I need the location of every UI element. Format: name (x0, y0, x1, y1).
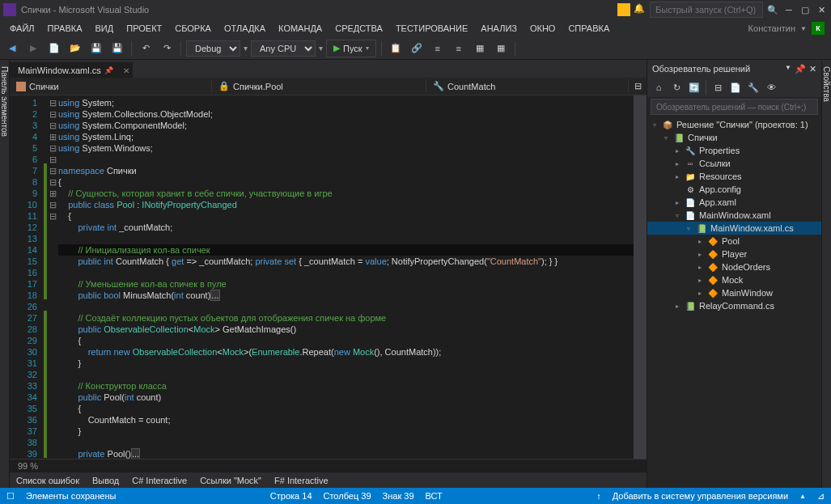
feedback-flag-icon[interactable] (617, 3, 630, 16)
menu-анализ[interactable]: АНАЛИЗ (474, 22, 524, 35)
split-icon[interactable]: ⊟ (629, 78, 647, 95)
minimize-button[interactable]: ─ (782, 3, 795, 16)
open-button[interactable]: 📂 (66, 40, 84, 57)
fold-column[interactable]: ⊟⊟⊟⊞⊟⊟⊟⊟⊞⊟⊟ (47, 95, 58, 459)
user-avatar[interactable]: К (812, 22, 825, 35)
status-saved: Элементы сохранены (26, 491, 116, 501)
tree-node[interactable]: ▸🔶Player (647, 248, 821, 260)
show-all-icon[interactable]: 📄 (727, 79, 744, 95)
save-all-button[interactable]: 💾 (108, 40, 126, 57)
tree-node[interactable]: ⚙App.config (647, 183, 821, 196)
status-line: Строка 14 (270, 491, 312, 501)
tree-node[interactable]: ▿📗MainWindow.xaml.cs (647, 222, 821, 235)
tree-node[interactable]: ▸🔶NodeOrders (647, 260, 821, 273)
toolbar-btn2[interactable]: 🔗 (408, 40, 426, 57)
tree-node[interactable]: ▸📁Resources (647, 170, 821, 183)
menu-команда[interactable]: КОМАНДА (272, 22, 329, 35)
new-project-button[interactable]: 📄 (45, 40, 63, 57)
toolbox-pane-collapsed[interactable]: Панель элементов (0, 60, 10, 488)
config-dropdown[interactable]: Debug (186, 40, 240, 57)
editor-tab[interactable]: MainWindow.xaml.cs 📌 ✕ (10, 62, 133, 78)
tree-node[interactable]: ▸▫▫Ссылки (647, 157, 821, 170)
platform-dropdown[interactable]: Any CPU (251, 40, 316, 57)
search-icon[interactable]: 🔍 (766, 3, 779, 16)
menu-отладка[interactable]: ОТЛАДКА (218, 22, 272, 35)
chevron-up-icon[interactable]: ▲ (799, 493, 806, 500)
notification-icon[interactable]: 🔔 (634, 3, 647, 16)
quicklaunch-input[interactable] (650, 2, 763, 18)
pane-close-icon[interactable]: ✕ (809, 64, 816, 74)
tree-node[interactable]: ▸🔶Mock (647, 273, 821, 286)
solution-explorer: Обозреватель решений ▼📌✕ ⌂ ↻ 🔄 ⊟ 📄 🔧 👁 ▿… (647, 60, 821, 488)
statusbar: ☐ Элементы сохранены Строка 14 Столбец 3… (0, 488, 831, 504)
menubar: ФАЙЛПРАВКАВИДПРОЕКТСБОРКАОТЛАДКАКОМАНДАС… (0, 19, 831, 37)
project-combo[interactable]: Спички (10, 80, 212, 93)
nav-forward-button[interactable]: ▶ (24, 40, 42, 57)
close-button[interactable]: ✕ (815, 3, 828, 16)
menu-правка[interactable]: ПРАВКА (41, 22, 89, 35)
refresh-icon[interactable]: 🔄 (686, 79, 702, 95)
code-content[interactable]: using System;using System.Collections.Ob… (58, 95, 634, 459)
window-title: Спички - Microsoft Visual Studio (21, 5, 149, 15)
status-vcs[interactable]: Добавить в систему управления версиями (613, 491, 788, 501)
tree-node[interactable]: ▸🔧Properties (647, 144, 821, 157)
toolbar-btn3[interactable]: ≡ (429, 40, 447, 57)
tree-node[interactable]: ▿📄MainWindow.xaml (647, 209, 821, 222)
code-editor[interactable]: 1234567891011121314151617182627282930313… (10, 95, 647, 459)
redo-button[interactable]: ↷ (158, 40, 176, 57)
status-char: Знак 39 (383, 491, 414, 501)
save-button[interactable]: 💾 (87, 40, 105, 57)
preview-icon[interactable]: 👁 (763, 79, 779, 95)
pane-pin-icon[interactable]: 📌 (795, 64, 806, 74)
tree-node[interactable]: ▿📦Решение "Спички" (проектов: 1) (647, 118, 821, 131)
tree-node[interactable]: ▸📄App.xaml (647, 196, 821, 209)
start-debug-button[interactable]: ▶Пуск ▾ (326, 40, 376, 57)
vcs-publish-icon[interactable]: ↑ (596, 491, 601, 501)
menu-сборка[interactable]: СБОРКА (168, 22, 218, 35)
zoom-level[interactable]: 99 % (15, 461, 41, 471)
pin-icon[interactable]: 📌 (104, 66, 113, 74)
user-name[interactable]: Константин (748, 23, 795, 33)
member-combo[interactable]: 🔧CountMatch (426, 79, 629, 93)
chevron-down-icon[interactable]: ▼ (800, 25, 807, 32)
code-nav-bar: Спички 🔒Спички.Pool 🔧CountMatch ⊟ (10, 78, 647, 95)
status-resize-grip[interactable]: ⊿ (817, 491, 825, 502)
toolbar-btn6[interactable]: ▦ (492, 40, 510, 57)
tab-close-icon[interactable]: ✕ (123, 66, 129, 75)
toolbar-btn5[interactable]: ▦ (471, 40, 489, 57)
tree-node[interactable]: ▸🔶Pool (647, 235, 821, 248)
tree-node[interactable]: ▸📗RelayCommand.cs (647, 299, 821, 312)
properties-icon[interactable]: 🔧 (745, 79, 761, 95)
home-icon[interactable]: ⌂ (651, 79, 667, 95)
bottom-tab[interactable]: Ссылки "Mock" (200, 476, 261, 485)
solution-tree[interactable]: ▿📦Решение "Спички" (проектов: 1)▿📗Спички… (647, 116, 821, 488)
maximize-button[interactable]: ▢ (799, 3, 812, 16)
properties-pane-collapsed[interactable]: Свойства (821, 60, 831, 488)
type-combo[interactable]: 🔒Спички.Pool (212, 79, 426, 93)
pane-dropdown-icon[interactable]: ▼ (785, 64, 791, 74)
menu-окно[interactable]: ОКНО (524, 22, 562, 35)
menu-проект[interactable]: ПРОЕКТ (120, 22, 168, 35)
nav-back-button[interactable]: ◀ (3, 40, 21, 57)
bottom-tab[interactable]: Список ошибок (16, 476, 79, 485)
vertical-scrollbar[interactable] (634, 95, 647, 459)
menu-тестирование[interactable]: ТЕСТИРОВАНИЕ (389, 22, 474, 35)
solution-header: Обозреватель решений ▼📌✕ (647, 60, 821, 78)
bottom-tab[interactable]: C# Interactive (132, 476, 187, 485)
menu-средства[interactable]: СРЕДСТВА (329, 22, 389, 35)
tree-node[interactable]: ▿📗Спички (647, 131, 821, 144)
toolbar-btn4[interactable]: ≡ (450, 40, 468, 57)
tab-label: MainWindow.xaml.cs (18, 66, 101, 75)
collapse-icon[interactable]: ⊟ (710, 79, 726, 95)
undo-button[interactable]: ↶ (137, 40, 155, 57)
menu-файл[interactable]: ФАЙЛ (3, 22, 41, 35)
menu-справка[interactable]: СПРАВКА (562, 22, 616, 35)
tree-node[interactable]: ▸🔶MainWindow (647, 286, 821, 299)
bottom-tab[interactable]: Вывод (92, 476, 119, 485)
toolbar-btn1[interactable]: 📋 (387, 40, 405, 57)
menu-вид[interactable]: ВИД (89, 22, 121, 35)
sync-icon[interactable]: ↻ (668, 79, 685, 95)
main-toolbar: ◀ ▶ 📄 📂 💾 💾 ↶ ↷ Debug ▾ Any CPU ▾ ▶Пуск … (0, 37, 831, 60)
solution-search-input[interactable] (651, 99, 818, 115)
bottom-tab[interactable]: F# Interactive (274, 476, 329, 485)
